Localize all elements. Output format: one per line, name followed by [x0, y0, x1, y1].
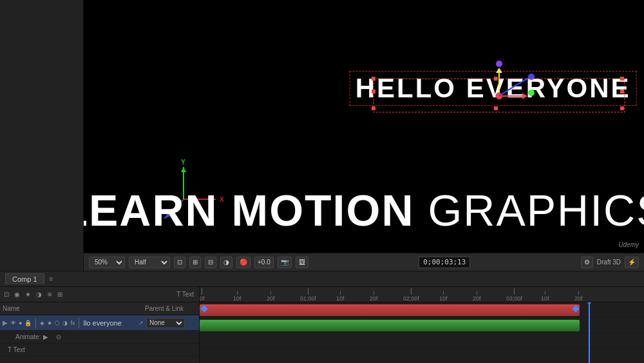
channels-button[interactable]: ◑	[220, 257, 232, 268]
layer-controls-row: ⊡ ◉ ★ ◑ ≋ ⊞ T Text	[0, 287, 199, 302]
svg-marker-4	[181, 167, 186, 172]
grid-button[interactable]: ⊟	[205, 257, 216, 268]
ruler-mark-10: 10f	[541, 291, 549, 302]
layer-type-row: T Text	[0, 344, 199, 357]
renderer-button[interactable]: ⚙	[581, 257, 593, 268]
layer-list: ▶ 👁 ● 🔒 ◈ ★ ⬡ ◑ fx llo everyone ↗ No	[0, 315, 199, 363]
zoom-select[interactable]: 50% 100% 25%	[89, 257, 125, 268]
track-row-1	[200, 302, 644, 318]
timeline-ruler[interactable]: 0f 10f 20f 01;00f 10f 20f 02;00f 10f 20f…	[200, 287, 644, 302]
timeline-header: Comp 1 ≡	[0, 271, 644, 287]
layer-mask-icon[interactable]: ⬡	[55, 320, 60, 326]
timeline-tracks	[200, 302, 644, 363]
draft-label: Draft 3D	[597, 259, 621, 266]
timeline-panel: Comp 1 ≡ ⊡ ◉ ★ ◑ ≋ ⊞ T Text Name Par	[0, 271, 644, 363]
effects-icon[interactable]: ★	[24, 290, 32, 299]
layer-divider	[35, 318, 36, 328]
ruler-mark-9: 03;00f	[506, 288, 522, 302]
big-text-motion: MOTION	[232, 186, 415, 235]
animate-btn[interactable]: ▶	[43, 333, 48, 340]
timeline-body: ⊡ ◉ ★ ◑ ≋ ⊞ T Text Name Parent & Link ▶	[0, 287, 644, 363]
layer-fx-icon[interactable]: fx	[70, 320, 75, 326]
layer-lock-icon[interactable]: 🔒	[24, 320, 32, 326]
show-snapshot-button[interactable]: 🖼	[296, 257, 308, 268]
animate-reset-icon[interactable]: ⊙	[56, 333, 61, 340]
svg-rect-20	[620, 106, 624, 110]
ruler-mark-3: 01;00f	[300, 288, 316, 302]
layer-solo-icon[interactable]: ●	[19, 320, 22, 326]
hello-text-container: HELLO EVERYONE	[350, 71, 637, 106]
solo-icon[interactable]: ◉	[13, 290, 21, 299]
layer-expand-icon[interactable]: ▶	[3, 319, 8, 326]
exposure-button[interactable]: +0.0	[254, 257, 274, 268]
layer-row[interactable]: ▶ 👁 ● 🔒 ◈ ★ ⬡ ◑ fx llo everyone ↗ No	[0, 315, 199, 331]
comp-tab[interactable]: Comp 1	[5, 273, 44, 284]
playhead[interactable]	[589, 302, 590, 363]
new-comp-icon[interactable]: ⊡	[3, 290, 10, 299]
comp-settings-button[interactable]: ⚡	[625, 257, 639, 268]
name-header: Name	[3, 305, 142, 312]
ruler-mark-8: 20f	[473, 291, 481, 302]
parent-header: Parent & Link	[145, 305, 196, 312]
layer-type-label: T Text	[8, 346, 25, 353]
fit-button[interactable]: ⊡	[174, 257, 185, 268]
comp-tab-label: Comp 1	[12, 275, 37, 283]
ruler-mark-2: 20f	[267, 291, 275, 302]
ruler-mark-4: 10f	[336, 291, 345, 302]
ruler-mark-5: 20f	[370, 291, 378, 302]
timecode-display[interactable]: 0;00;03;13	[419, 257, 470, 268]
viewport-content: HELLO EVERYONE X Y	[84, 0, 644, 271]
ruler-mark-7: 10f	[439, 291, 448, 302]
track-bar-red[interactable]	[200, 304, 580, 316]
animate-row: Animate: ▶ ⊙	[0, 331, 199, 344]
quality-select[interactable]: Half Full Quarter	[129, 257, 170, 268]
big-text-graphics: GRAPHICS	[415, 186, 645, 235]
svg-text:Y: Y	[181, 159, 185, 166]
snapshot-button[interactable]: 📷	[278, 257, 292, 268]
ruler-marks: 0f 10f 20f 01;00f 10f 20f 02;00f 10f 20f…	[200, 287, 644, 302]
svg-point-14	[496, 61, 502, 67]
svg-rect-22	[494, 106, 498, 110]
frame-mix-icon[interactable]: ⊞	[56, 290, 64, 299]
big-text-container: LEARN MOTION GRAPHICS	[84, 185, 644, 235]
track-row-2	[200, 318, 644, 333]
timeline-menu-icon[interactable]: ≡	[50, 275, 53, 282]
layer-effects-icon[interactable]: ★	[47, 320, 52, 326]
color-button[interactable]: 🔴	[236, 257, 251, 268]
hello-text: HELLO EVERYONE	[350, 71, 637, 106]
ruler-mark-1: 10f	[233, 291, 242, 302]
udemy-watermark: Udemy	[618, 241, 639, 248]
layer-name[interactable]: llo everyone	[83, 319, 136, 327]
parent-cell: ↗ None	[138, 318, 196, 328]
layer-blendmode-icon[interactable]: ◑	[62, 320, 68, 326]
ruler-mark-11: 20f	[574, 291, 583, 302]
parent-icon: ↗	[138, 320, 144, 326]
viewport-toolbar: 50% 100% 25% Half Full Quarter ⊡ ⊞ ⊟ ◑ 🔴…	[84, 253, 644, 271]
big-text-learn: LEARN	[84, 186, 232, 235]
layer-divider2	[79, 318, 79, 328]
blendmode-icon[interactable]: ◑	[35, 290, 43, 299]
ruler-mark-6: 02;00f	[403, 288, 419, 302]
animate-label: Animate:	[15, 333, 41, 340]
layer-shy-icon[interactable]: ◈	[40, 320, 44, 326]
parent-select[interactable]: None	[146, 318, 185, 328]
svg-rect-18	[372, 106, 375, 110]
viewport: HELLO EVERYONE X Y	[84, 0, 644, 271]
parent-link-header: T Text	[176, 291, 194, 298]
timeline-right: 0f 10f 20f 01;00f 10f 20f 02;00f 10f 20f…	[200, 287, 644, 363]
column-headers: Name Parent & Link	[0, 302, 199, 315]
motion-blur-icon[interactable]: ≋	[46, 290, 53, 299]
left-panel	[0, 0, 84, 271]
track-row-3	[200, 333, 644, 349]
layer-panel: ⊡ ◉ ★ ◑ ≋ ⊞ T Text Name Parent & Link ▶	[0, 287, 200, 363]
big-text: LEARN MOTION GRAPHICS	[84, 185, 644, 235]
layer-visibility-icon[interactable]: 👁	[10, 320, 16, 326]
ruler-mark-0: 0f	[200, 288, 205, 302]
safe-zones-button[interactable]: ⊞	[189, 257, 201, 268]
track-bar-green[interactable]	[200, 320, 580, 331]
